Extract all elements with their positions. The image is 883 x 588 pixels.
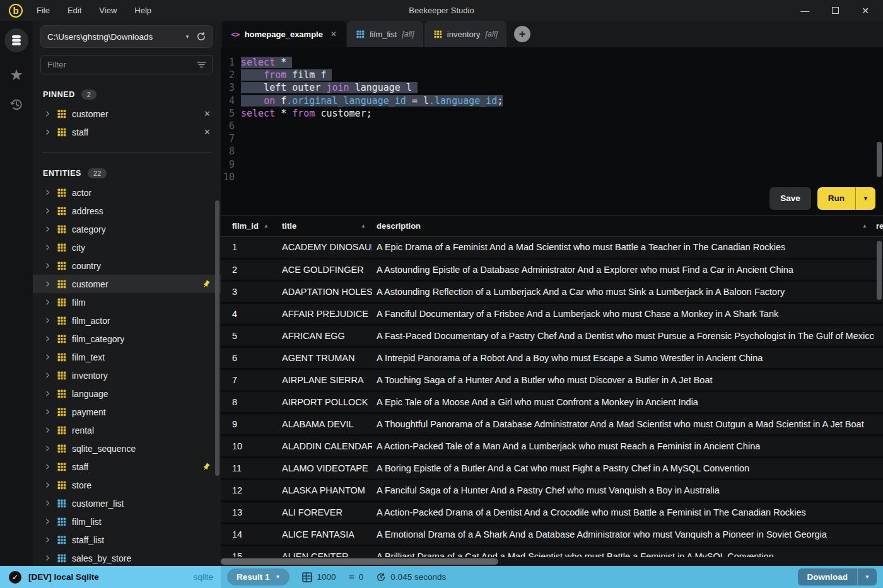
expand-chevron-icon[interactable] (44, 481, 51, 488)
new-tab-button[interactable]: + (514, 26, 530, 42)
expand-chevron-icon[interactable] (44, 390, 51, 397)
maximize-icon[interactable] (832, 7, 839, 14)
entity-item-store[interactable]: store (33, 476, 221, 494)
horizontal-scrollbar-thumb[interactable] (221, 558, 498, 565)
run-button[interactable]: Run (817, 187, 855, 210)
status-connection[interactable]: ✓ [DEV] local Sqlite sqlite (0, 566, 221, 588)
column-header-film_id[interactable]: film_id▲ (221, 216, 282, 236)
pinned-item-customer[interactable]: customer✕ (33, 105, 221, 123)
entity-item-sales_by_store[interactable]: sales_by_store (33, 549, 221, 566)
expand-chevron-icon[interactable] (44, 445, 51, 452)
expand-chevron-icon[interactable] (44, 518, 51, 525)
close-window-icon[interactable]: ✕ (862, 6, 869, 16)
sort-asc-icon[interactable]: ▲ (264, 223, 269, 229)
tab-film_list[interactable]: film_list[all] (347, 21, 423, 47)
table-row[interactable]: 12ALASKA PHANTOMA Fanciful Saga of a Hun… (221, 479, 883, 501)
pinned-item-staff[interactable]: staff✕ (33, 123, 221, 141)
download-caret-icon[interactable]: ▼ (858, 568, 877, 585)
sql-editor[interactable]: 1select *2 from film f3 left outer join … (221, 47, 883, 215)
table-row[interactable]: 13ALI FOREVERA Action-Packed Drama of a … (221, 501, 883, 523)
filter-input[interactable] (47, 60, 197, 69)
entity-item-staff[interactable]: staff (33, 458, 221, 476)
entity-item-category[interactable]: category (33, 220, 221, 238)
expand-chevron-icon[interactable] (44, 354, 51, 360)
sort-asc-icon[interactable]: ▲ (862, 223, 867, 229)
menu-file[interactable]: File (37, 6, 50, 15)
entity-item-sqlite_sequence[interactable]: sqlite_sequence (33, 439, 221, 458)
history-icon[interactable] (9, 98, 23, 112)
table-row[interactable]: 9ALABAMA DEVILA Thoughtful Panorama of a… (221, 413, 883, 435)
tab-homepage_example[interactable]: <>homepage_example✕ (222, 21, 346, 47)
results-scrollbar[interactable] (877, 241, 882, 300)
editor-scrollbar[interactable] (877, 142, 882, 177)
run-options-caret-icon[interactable]: ▼ (856, 187, 875, 210)
pin-icon[interactable] (202, 463, 211, 471)
table-row[interactable]: 14ALICE FANTASIAA Emotional Drama of a A… (221, 523, 883, 545)
expand-chevron-icon[interactable] (44, 129, 51, 135)
entity-item-film[interactable]: film (33, 293, 221, 311)
entity-item-inventory[interactable]: inventory (33, 366, 221, 384)
unpin-close-icon[interactable]: ✕ (204, 109, 211, 118)
table-row[interactable]: 7AIRPLANE SIERRAA Touching Saga of a Hun… (221, 369, 883, 391)
expand-chevron-icon[interactable] (44, 317, 51, 324)
expand-chevron-icon[interactable] (44, 189, 51, 196)
entity-item-payment[interactable]: payment (33, 403, 221, 421)
pin-icon[interactable] (202, 280, 211, 289)
entity-item-staff_list[interactable]: staff_list (33, 531, 221, 549)
table-row[interactable]: 11ALAMO VIDEOTAPEA Boring Epistle of a B… (221, 457, 883, 479)
table-row[interactable]: 4AFFAIR PREJUDICEA Fanciful Documentary … (221, 303, 883, 325)
expand-chevron-icon[interactable] (44, 244, 51, 251)
entity-item-actor[interactable]: actor (33, 183, 221, 202)
table-row[interactable]: 3ADAPTATION HOLESA Astounding Reflection… (221, 280, 883, 303)
tab-close-icon[interactable]: ✕ (330, 30, 337, 38)
table-row[interactable]: 2ACE GOLDFINGERA Astounding Epistle of a… (221, 258, 883, 280)
column-header-description[interactable]: description▲ (372, 216, 874, 236)
table-row[interactable]: 1ACADEMY DINOSAURA Epic Drama of a Femin… (221, 236, 883, 258)
expand-chevron-icon[interactable] (44, 299, 51, 306)
table-row[interactable]: 5AFRICAN EGGA Fast-Paced Documentary of … (221, 325, 883, 347)
expand-chevron-icon[interactable] (44, 463, 51, 470)
menu-view[interactable]: View (99, 6, 117, 15)
table-row[interactable]: 15ALIEN CENTERA Brilliant Drama of a Cat… (221, 545, 883, 557)
entity-item-film_category[interactable]: film_category (33, 330, 221, 348)
tab-inventory[interactable]: inventory[all] (424, 21, 506, 47)
favorites-icon[interactable]: ★ (9, 67, 23, 83)
expand-chevron-icon[interactable] (44, 500, 51, 507)
table-row[interactable]: 6AGENT TRUMANA Intrepid Panorama of a Ro… (221, 347, 883, 369)
entity-item-country[interactable]: country (33, 257, 221, 275)
minimize-icon[interactable]: — (800, 6, 809, 16)
entity-item-film_actor[interactable]: film_actor (33, 311, 221, 330)
refresh-icon[interactable] (196, 32, 206, 42)
entity-item-rental[interactable]: rental (33, 421, 221, 439)
expand-chevron-icon[interactable] (44, 427, 51, 434)
expand-chevron-icon[interactable] (44, 110, 51, 117)
expand-chevron-icon[interactable] (44, 280, 51, 287)
entity-item-address[interactable]: address (33, 202, 221, 220)
database-tables-icon[interactable] (4, 28, 28, 52)
menu-help[interactable]: Help (134, 6, 151, 15)
entity-item-language[interactable]: language (33, 384, 221, 403)
expand-chevron-icon[interactable] (44, 335, 51, 342)
connection-selector[interactable]: C:\Users\ghstng\Downloads ▼ (40, 25, 213, 48)
expand-chevron-icon[interactable] (44, 372, 51, 379)
entity-item-customer[interactable]: customer (33, 275, 221, 293)
sidebar-scrollbar[interactable] (215, 200, 219, 476)
column-header-title[interactable]: title▲ (282, 216, 372, 236)
expand-chevron-icon[interactable] (44, 226, 51, 233)
expand-chevron-icon[interactable] (44, 555, 51, 562)
entity-item-city[interactable]: city (33, 238, 221, 257)
unpin-close-icon[interactable]: ✕ (204, 127, 211, 137)
result-selector-button[interactable]: Result 1 ▼ (227, 568, 289, 585)
table-row[interactable]: 8AIRPORT POLLOCKA Epic Tale of a Moose A… (221, 391, 883, 413)
expand-chevron-icon[interactable] (44, 207, 51, 214)
table-row[interactable]: 10ALADDIN CALENDARA Action-Packed Tale o… (221, 435, 883, 457)
expand-chevron-icon[interactable] (44, 262, 51, 269)
save-button[interactable]: Save (769, 187, 811, 210)
entity-item-film_text[interactable]: film_text (33, 348, 221, 366)
entity-item-customer_list[interactable]: customer_list (33, 494, 221, 512)
expand-chevron-icon[interactable] (44, 536, 51, 543)
sort-asc-icon[interactable]: ▲ (361, 223, 366, 229)
entity-item-film_list[interactable]: film_list (33, 512, 221, 531)
column-header-re[interactable]: re (874, 216, 883, 236)
expand-chevron-icon[interactable] (44, 408, 51, 415)
